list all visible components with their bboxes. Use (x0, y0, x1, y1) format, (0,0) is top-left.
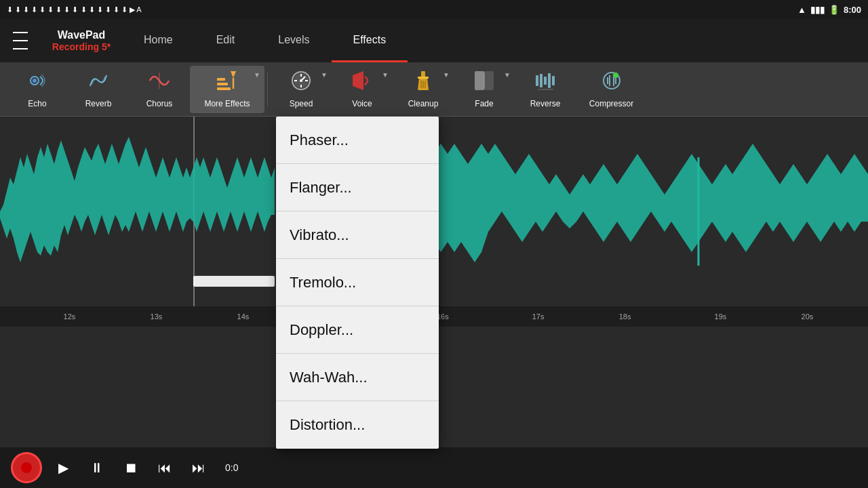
compressor-label: Compressor (589, 99, 633, 108)
timeline-marker-13s: 13s (151, 312, 163, 321)
fade-icon (473, 70, 495, 96)
svg-rect-34 (615, 77, 616, 84)
speed-icon (290, 70, 312, 96)
tab-home[interactable]: Home (122, 19, 195, 62)
signal-icon: ▮▮▮ (810, 5, 825, 15)
app-title-area: WavePad Recording 5* (41, 29, 122, 52)
reverse-label: Reverse (530, 99, 561, 108)
echo-label: Echo (28, 99, 46, 108)
echo-icon (26, 70, 48, 96)
status-icons: ⬇ ⬇ ⬇ ⬇ ⬇ ⬇ ⬇ ⬇ ⬇ ⬇ ⬇ ⬇ ⬇ ⬇ ⬇ ▶ A (7, 5, 142, 14)
app-name: WavePad (58, 29, 106, 41)
pause-icon: ⏸ (90, 460, 104, 476)
svg-rect-29 (552, 76, 555, 85)
svg-rect-3 (217, 87, 231, 90)
toolbar: Echo Reverb Chorus (0, 62, 868, 117)
stop-button[interactable]: ⏹ (118, 455, 144, 481)
svg-marker-6 (231, 71, 236, 78)
dropdown-item-vibrato[interactable]: Vibrato... (276, 211, 439, 259)
recording-label: Recording 5* (52, 41, 111, 52)
play-icon: ▶ (58, 460, 68, 476)
stop-icon: ⏹ (124, 460, 138, 476)
reverb-button[interactable]: Reverb (68, 66, 129, 113)
cleanup-button[interactable]: Cleanup ▼ (393, 66, 454, 113)
record-button[interactable] (11, 452, 42, 483)
dropdown-item-flanger[interactable]: Flanger... (276, 164, 439, 211)
tab-edit[interactable]: Edit (195, 19, 257, 62)
clock: 8:00 (844, 5, 861, 15)
svg-point-35 (613, 73, 618, 78)
reverb-icon (87, 70, 109, 96)
svg-rect-27 (544, 77, 547, 85)
status-bar: ⬇ ⬇ ⬇ ⬇ ⬇ ⬇ ⬇ ⬇ ⬇ ⬇ ⬇ ⬇ ⬇ ⬇ ⬇ ▶ A ▲ ▮▮▮ … (0, 0, 868, 19)
fade-arrow: ▼ (504, 71, 511, 79)
svg-rect-23 (475, 71, 484, 90)
toolbar-divider-1 (267, 73, 268, 106)
more-effects-icon (216, 70, 239, 96)
timeline-marker-17s: 17s (532, 312, 545, 321)
svg-rect-4 (217, 83, 228, 85)
nav-tabs: Home Edit Levels Effects (122, 19, 868, 62)
next-icon: ⏭ (192, 460, 205, 476)
timeline-marker-12s: 12s (64, 312, 76, 321)
chorus-button[interactable]: Chorus (129, 66, 190, 113)
tab-levels[interactable]: Levels (256, 19, 331, 62)
speed-label: Speed (290, 99, 313, 108)
timeline-marker-19s: 19s (715, 312, 727, 321)
hamburger-menu-button[interactable] (0, 19, 41, 62)
prev-button[interactable]: ⏮ (152, 455, 178, 481)
record-icon (21, 462, 32, 473)
cleanup-label: Cleanup (408, 99, 439, 108)
svg-rect-31 (609, 75, 610, 86)
voice-icon (351, 70, 373, 96)
dropdown-item-distortion[interactable]: Distortion... (276, 401, 439, 449)
next-button[interactable]: ⏭ (186, 455, 212, 481)
svg-rect-25 (536, 75, 538, 86)
tab-effects[interactable]: Effects (332, 19, 408, 62)
voice-label: Voice (352, 99, 372, 108)
prev-icon: ⏮ (158, 460, 172, 476)
dropdown-item-doppler[interactable]: Doppler... (276, 306, 439, 354)
battery-icon: 🔋 (829, 5, 840, 15)
svg-rect-33 (607, 77, 608, 84)
svg-marker-16 (353, 71, 363, 90)
svg-rect-26 (540, 74, 542, 87)
timeline-marker-18s: 18s (619, 312, 631, 321)
svg-rect-28 (548, 73, 551, 88)
speed-arrow: ▼ (321, 71, 328, 79)
fade-label: Fade (475, 99, 493, 108)
cleanup-icon (412, 70, 434, 96)
status-bar-left: ⬇ ⬇ ⬇ ⬇ ⬇ ⬇ ⬇ ⬇ ⬇ ⬇ ⬇ ⬇ ⬇ ⬇ ⬇ ▶ A (7, 5, 142, 14)
dropdown-item-phaser[interactable]: Phaser... (276, 117, 439, 164)
reverb-label: Reverb (85, 99, 112, 108)
compressor-button[interactable]: Compressor (576, 66, 647, 113)
echo-button[interactable]: Echo (7, 66, 68, 113)
more-effects-button[interactable]: More Effects ▼ (190, 66, 264, 113)
dropdown-item-wah-wah[interactable]: Wah-Wah... (276, 354, 439, 401)
timeline-marker-20s: 20s (802, 312, 814, 321)
fade-button[interactable]: Fade ▼ (454, 66, 515, 113)
playback-time: 0:0 (225, 462, 238, 473)
more-effects-dropdown: Phaser... Flanger... Vibrato... Tremolo.… (276, 117, 439, 449)
svg-rect-18 (418, 77, 429, 79)
svg-rect-5 (217, 78, 225, 81)
svg-point-1 (33, 79, 37, 83)
chorus-icon (149, 70, 170, 96)
reverse-icon (534, 70, 556, 96)
compressor-icon (601, 70, 623, 96)
reverse-button[interactable]: Reverse (515, 66, 576, 113)
speed-button[interactable]: Speed ▼ (271, 66, 332, 113)
play-button[interactable]: ▶ (50, 455, 76, 481)
status-bar-right: ▲ ▮▮▮ 🔋 8:00 (797, 5, 861, 15)
svg-point-15 (300, 79, 302, 82)
more-effects-arrow: ▼ (254, 71, 260, 79)
voice-arrow: ▼ (382, 71, 389, 79)
pause-button[interactable]: ⏸ (84, 455, 110, 481)
nav-bar: WavePad Recording 5* Home Edit Levels Ef… (0, 19, 868, 62)
playback-bar: ▶ ⏸ ⏹ ⏮ ⏭ 0:0 (0, 447, 868, 488)
chorus-label: Chorus (146, 99, 173, 108)
timeline-marker-14s: 14s (237, 312, 250, 321)
dropdown-item-tremolo[interactable]: Tremolo... (276, 259, 439, 306)
voice-button[interactable]: Voice ▼ (332, 66, 393, 113)
cleanup-arrow: ▼ (443, 71, 450, 79)
